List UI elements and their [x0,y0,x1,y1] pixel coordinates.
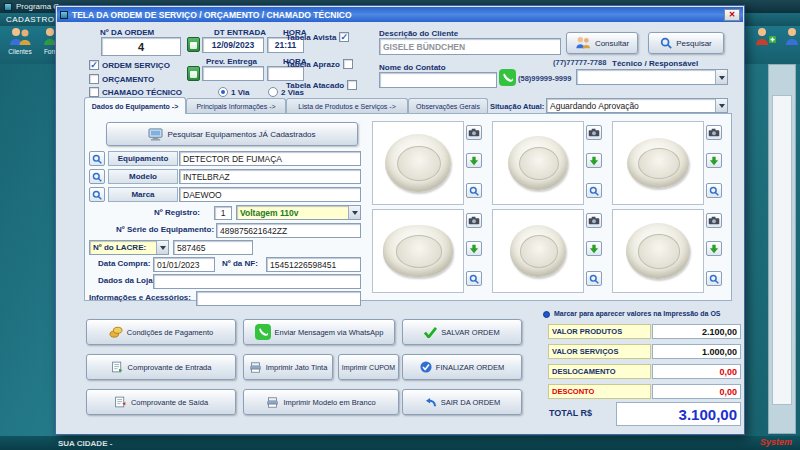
compra-field[interactable]: 01/01/2023 [153,257,215,272]
radio-dot[interactable] [268,87,278,97]
zoom-photo-icon-button[interactable] [706,271,722,286]
toolbar-clientes-button[interactable]: Clientes [3,27,37,61]
insert-photo-icon-button[interactable] [586,241,602,256]
app-statusbar: SUA CIDADE - [0,436,800,450]
imprimir-cupom-button[interactable]: Imprimir CUPOM [338,354,399,380]
registro-field[interactable]: 1 [214,206,232,220]
lacre-dropdown[interactable]: Nº do LACRE: [89,240,169,255]
tecnico-dropdown[interactable] [576,69,728,85]
insert-photo-icon-button[interactable] [466,153,482,168]
equipment-photo-2[interactable] [492,121,584,205]
delivery-date-field[interactable] [202,66,264,81]
tab-principais-informacoes[interactable]: Principais Informações -> [186,98,286,114]
equipamento-field[interactable]: DETECTOR DE FUMAÇA [179,151,361,166]
radio-1-via[interactable]: 1 Via [218,87,250,97]
entry-date-field[interactable]: 12/09/2023 [202,37,264,53]
checkbox-chamado-tecnico[interactable]: CHAMADO TÉCNICO [89,87,182,97]
toolbar-right-button-2[interactable] [775,27,800,61]
comprovante-saida-button[interactable]: Comprovante de Saída [86,389,236,415]
consultar-button[interactable]: Consultar [566,32,638,54]
insert-photo-icon-button[interactable] [706,241,722,256]
equipment-photo-5[interactable] [492,209,584,293]
tab-observacoes[interactable]: Observações Gerais [408,98,488,114]
tab-lista-produtos[interactable]: Lista de Produtos e Serviços -> [286,98,408,114]
imprimir-jato-tinta-button[interactable]: Imprimir Jato Tinta [243,354,333,380]
chevron-down-icon[interactable] [715,70,727,84]
marca-field[interactable]: DAEWOO [179,187,361,202]
modelo-field[interactable]: INTELBRAZ [179,169,361,184]
insert-photo-icon-button[interactable] [706,153,722,168]
checkbox-box[interactable]: ✓ [89,60,99,70]
checkbox-tabela-aprazo[interactable]: Tabela Aprazo [286,59,353,69]
search-equipment-button[interactable]: Pesquisar Equipamentos JÁ Cadastrados [106,122,358,146]
sair-ordem-button[interactable]: SAIR DA ORDEM [402,389,522,415]
pesquisar-button[interactable]: Pesquisar [648,32,724,54]
search-modelo-icon-button[interactable] [89,169,105,184]
whatsapp-icon [255,324,271,340]
camera-icon-button[interactable] [466,213,482,228]
contact-field[interactable] [379,72,497,88]
calendar-icon[interactable] [187,37,200,52]
checkbox-tabela-avista[interactable]: Tabela Avista ✓ [286,32,349,42]
dialog-icon [60,11,68,19]
contact-label: Nome do Contato [379,63,446,72]
camera-icon-button[interactable] [706,213,722,228]
checkbox-ordem-servico[interactable]: ✓ ORDEM SERVIÇO [89,60,170,70]
checkbox-box[interactable] [347,80,357,90]
dialog-titlebar[interactable]: TELA DA ORDEM DE SERVIÇO / ORÇAMENTO / C… [57,7,743,22]
zoom-photo-icon-button[interactable] [466,271,482,286]
checkbox-box[interactable] [343,59,353,69]
camera-icon-button[interactable] [706,125,722,140]
camera-icon-button[interactable] [586,213,602,228]
insert-photo-icon-button[interactable] [586,153,602,168]
finalizar-ordem-button[interactable]: FINALIZAR ORDEM [402,354,522,380]
zoom-photo-icon-button[interactable] [466,183,482,198]
client-name-field[interactable]: GISELE BÜNDCHEN [379,38,561,55]
tab-dados-equipamento[interactable]: Dados do Equipamento -> [84,97,186,114]
voltagem-dropdown[interactable]: Voltagem 110v [236,205,361,220]
checkbox-orcamento[interactable]: ORÇAMENTO [89,74,154,84]
camera-icon-button[interactable] [586,125,602,140]
equipment-photo-4[interactable] [372,209,464,293]
checkbox-box[interactable] [89,87,99,97]
print-values-note: Marcar para aparecer valores na Impressã… [554,310,721,317]
close-button[interactable]: ✕ [724,9,740,21]
client-desc-label: Descrição do Cliente [379,29,458,38]
imprimir-modelo-branco-button[interactable]: Imprimir Modelo em Branco [243,389,399,415]
comprovante-entrada-button[interactable]: Comprovante de Entrada [86,354,236,380]
chevron-down-icon[interactable] [348,206,360,219]
marca-label: Marca [108,187,178,202]
equipment-photo-1[interactable] [372,121,464,205]
radio-dot[interactable] [218,87,228,97]
computer-icon [148,128,163,141]
search-equipamento-icon-button[interactable] [89,151,105,166]
lacre-field[interactable]: 587465 [173,240,253,255]
zoom-photo-icon-button[interactable] [586,183,602,198]
background-scroll-area[interactable] [772,95,792,405]
camera-icon-button[interactable] [466,125,482,140]
checkbox-box[interactable]: ✓ [339,32,349,42]
search-icon [469,274,479,284]
salvar-ordem-button[interactable]: SALVAR ORDEM [402,319,522,345]
calendar-icon[interactable] [187,66,200,81]
nf-field[interactable]: 15451226598451 [266,257,361,272]
whatsapp-icon[interactable] [499,69,516,86]
condicoes-pagamento-button[interactable]: Condições de Pagamento [86,319,236,345]
checkbox-tabela-atacado[interactable]: Tabela Atacado [286,80,357,90]
loja-field[interactable] [153,274,361,289]
menu-cadastros[interactable]: CADASTROS [6,15,60,24]
zoom-photo-icon-button[interactable] [586,271,602,286]
chevron-down-icon[interactable] [715,99,727,112]
whatsapp-message-button[interactable]: Enviar Mensagem via WhatsApp [243,319,395,345]
serie-field[interactable]: 489875621642ZZ [216,223,361,238]
search-marca-icon-button[interactable] [89,187,105,202]
equipment-photo-3[interactable] [612,121,704,205]
info-field[interactable] [196,291,361,306]
checkbox-box[interactable] [89,74,99,84]
insert-photo-icon-button[interactable] [466,241,482,256]
situacao-dropdown[interactable]: Aguardando Aprovação [546,98,728,113]
whatsapp-message-label: Enviar Mensagem via WhatsApp [275,328,384,337]
chevron-down-icon[interactable] [156,241,168,254]
zoom-photo-icon-button[interactable] [706,183,722,198]
equipment-photo-6[interactable] [612,209,704,293]
